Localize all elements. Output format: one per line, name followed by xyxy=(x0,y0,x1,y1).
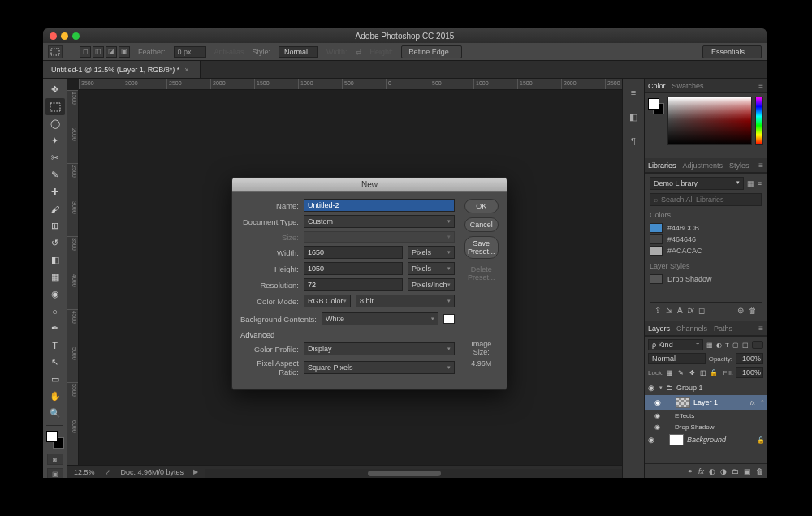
new-adjustment-icon[interactable]: ◑ xyxy=(720,467,727,475)
par-dropdown[interactable]: Square Pixels▾ xyxy=(304,361,455,374)
name-input[interactable] xyxy=(304,199,455,212)
hue-slider[interactable] xyxy=(755,97,763,145)
lock-position-icon[interactable]: ✥ xyxy=(688,368,696,377)
visibility-icon[interactable]: ◉ xyxy=(654,424,660,431)
height-unit-dropdown[interactable]: Pixels▾ xyxy=(408,262,455,275)
list-view-icon[interactable]: ≡ xyxy=(758,179,762,187)
shape-tool[interactable]: ▭ xyxy=(45,371,65,388)
move-tool[interactable]: ✥ xyxy=(45,81,65,98)
feather-input[interactable] xyxy=(174,46,206,58)
effects-label[interactable]: ◉ Effects xyxy=(645,410,767,421)
width-unit-dropdown[interactable]: Pixels▾ xyxy=(408,246,455,259)
document-tab[interactable]: Untitled-1 @ 12.5% (Layer 1, RGB/8*) * × xyxy=(43,61,201,78)
resolution-unit-dropdown[interactable]: Pixels/Inch▾ xyxy=(408,278,455,291)
upload-icon[interactable]: ⇪ xyxy=(654,306,661,315)
panel-menu-icon[interactable]: ≡ xyxy=(758,81,763,90)
text-icon[interactable]: A xyxy=(677,306,683,315)
library-color-item[interactable]: #448CCB xyxy=(650,223,762,233)
style-dropdown[interactable]: Normal xyxy=(279,46,318,58)
expand-icon[interactable]: ⤢ xyxy=(105,468,111,476)
screen-mode-icon[interactable]: ▣ xyxy=(47,468,63,478)
layer-thumbnail[interactable] xyxy=(676,397,690,408)
doctype-dropdown[interactable]: Custom▾ xyxy=(304,215,455,228)
fg-swatch[interactable] xyxy=(648,98,659,110)
share-icon[interactable]: ⇲ xyxy=(666,306,672,315)
selection-new-icon[interactable]: ◻ xyxy=(80,46,91,58)
visibility-icon[interactable]: ◉ xyxy=(653,398,663,406)
filter-image-icon[interactable]: ▦ xyxy=(706,342,713,349)
pen-tool[interactable]: ✒ xyxy=(45,320,65,337)
marquee-tool[interactable] xyxy=(45,98,65,115)
tab-paths[interactable]: Paths xyxy=(714,325,732,333)
link-icon[interactable]: ⊕ xyxy=(737,306,744,315)
lock-pixels-icon[interactable]: ✎ xyxy=(677,368,685,377)
layer-background[interactable]: ◉ Background 🔒 xyxy=(645,432,767,447)
path-tool[interactable]: ↖ xyxy=(45,354,65,371)
width-input[interactable] xyxy=(304,246,403,259)
scrollbar-thumb[interactable] xyxy=(368,471,441,476)
quick-mask-icon[interactable]: ◙ xyxy=(47,454,63,465)
current-tool-icon[interactable] xyxy=(48,45,63,58)
fx-icon[interactable]: fx xyxy=(688,306,694,315)
tab-adjustments[interactable]: Adjustments xyxy=(683,161,723,170)
type-tool[interactable]: T xyxy=(45,337,65,354)
selection-add-icon[interactable]: ◫ xyxy=(93,46,104,58)
cancel-button[interactable]: Cancel xyxy=(464,217,499,232)
color-fgbg[interactable] xyxy=(648,98,664,114)
library-color-item[interactable]: #464646 xyxy=(650,234,762,244)
bg-color-preview[interactable] xyxy=(443,314,455,324)
selection-subtract-icon[interactable]: ◪ xyxy=(106,46,117,58)
panel-menu-icon[interactable]: ≡ xyxy=(758,161,763,170)
lock-artboard-icon[interactable]: ◫ xyxy=(699,368,707,377)
fill-input[interactable] xyxy=(736,367,763,378)
opacity-input[interactable] xyxy=(736,353,763,364)
effect-drop-shadow[interactable]: ◉ Drop Shadow xyxy=(645,421,767,432)
grid-view-icon[interactable]: ▦ xyxy=(747,179,754,187)
blend-mode-dropdown[interactable]: Normal xyxy=(648,353,706,364)
chevron-down-icon[interactable]: ⌃ xyxy=(760,399,765,406)
selection-intersect-icon[interactable]: ▣ xyxy=(119,46,130,58)
panel-menu-icon[interactable]: ≡ xyxy=(758,324,763,333)
layer-thumbnail[interactable] xyxy=(669,434,684,445)
layer-mask-icon[interactable]: ◐ xyxy=(709,467,715,475)
history-panel-icon[interactable]: ≡ xyxy=(623,82,644,103)
chevron-right-icon[interactable]: ▶ xyxy=(193,468,198,475)
lasso-tool[interactable]: ◯ xyxy=(45,115,65,132)
tab-color[interactable]: Color xyxy=(648,82,666,90)
new-layer-icon[interactable]: ▣ xyxy=(744,467,751,475)
lock-all-icon[interactable]: 🔒 xyxy=(710,368,718,377)
delete-layer-icon[interactable]: 🗑 xyxy=(756,467,763,475)
tab-swatches[interactable]: Swatches xyxy=(672,82,704,90)
filter-adjust-icon[interactable]: ◐ xyxy=(716,342,722,349)
color-profile-dropdown[interactable]: Display▾ xyxy=(304,342,455,355)
layer-item[interactable]: ◉ Layer 1 fx ⌃ xyxy=(645,395,767,410)
brush-tool[interactable]: 🖌 xyxy=(45,200,65,217)
link-layers-icon[interactable]: ⚭ xyxy=(687,467,693,475)
layer-group[interactable]: ◉ ▾ 🗀 Group 1 xyxy=(645,381,767,395)
resolution-input[interactable] xyxy=(304,278,403,291)
advanced-section[interactable]: Advanced xyxy=(240,330,455,339)
tab-channels[interactable]: Channels xyxy=(676,325,707,333)
stamp-tool[interactable]: ⊞ xyxy=(45,217,65,234)
doc-info[interactable]: Doc: 4.96M/0 bytes xyxy=(121,468,184,476)
properties-panel-icon[interactable]: ◧ xyxy=(623,106,644,127)
chevron-down-icon[interactable]: ▾ xyxy=(659,385,663,391)
color-mode-dropdown[interactable]: RGB Color▾ xyxy=(304,295,351,307)
new-group-icon[interactable]: 🗀 xyxy=(732,467,739,475)
color-swatches[interactable] xyxy=(46,431,64,449)
trash-icon[interactable]: 🗑 xyxy=(749,306,757,315)
fx-badge[interactable]: fx xyxy=(750,399,755,406)
bg-contents-dropdown[interactable]: White▾ xyxy=(322,312,438,325)
wand-tool[interactable]: ✦ xyxy=(45,132,65,149)
height-input[interactable] xyxy=(304,262,403,275)
tab-styles[interactable]: Styles xyxy=(729,161,749,170)
crop-tool[interactable]: ✂ xyxy=(45,149,65,166)
zoom-tool[interactable]: 🔍 xyxy=(45,405,65,422)
hand-tool[interactable]: ✋ xyxy=(45,388,65,405)
filter-toggle[interactable] xyxy=(752,341,763,349)
save-preset-button[interactable]: Save Preset... xyxy=(464,236,499,259)
filter-shape-icon[interactable]: ▢ xyxy=(732,342,739,349)
library-color-item[interactable]: #ACACAC xyxy=(650,246,762,256)
eraser-tool[interactable]: ◧ xyxy=(45,252,65,269)
scrollbar-horizontal[interactable] xyxy=(205,469,622,478)
